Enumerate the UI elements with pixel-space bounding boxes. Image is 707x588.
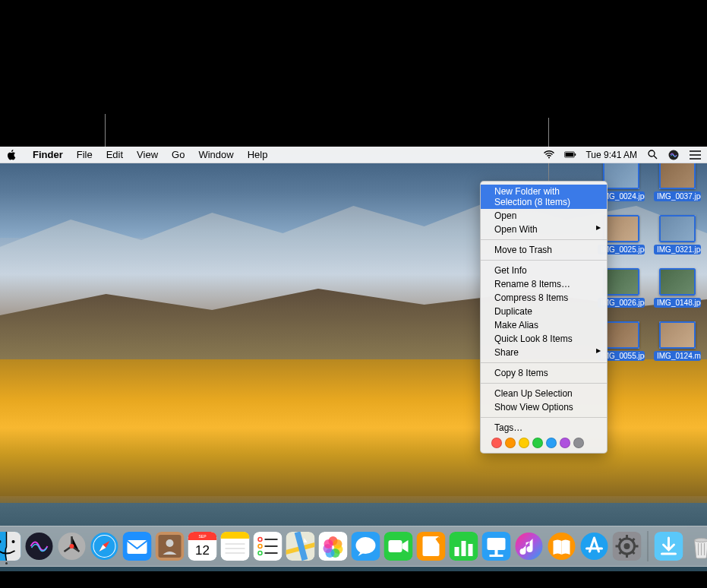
- file-label: IMG_0148.jpg: [654, 298, 701, 308]
- dock-photos[interactable]: [317, 531, 348, 561]
- context-menu-item[interactable]: Clean Up Selection: [481, 387, 607, 400]
- context-menu-separator: [481, 362, 607, 363]
- menubar-view[interactable]: View: [130, 147, 165, 162]
- siri-icon[interactable]: [668, 150, 680, 160]
- dock-trash[interactable]: [686, 531, 707, 561]
- svg-point-51: [355, 537, 375, 554]
- apple-menu-icon[interactable]: [6, 150, 26, 160]
- context-menu-item[interactable]: Open With: [481, 223, 607, 236]
- svg-rect-53: [388, 540, 402, 552]
- dock: SEP12: [0, 526, 707, 567]
- svg-rect-1: [566, 153, 574, 156]
- dock-separator: [647, 531, 648, 561]
- context-menu-item[interactable]: Duplicate: [481, 305, 607, 318]
- desktop-file[interactable]: IMG_0321.jpg: [654, 215, 701, 258]
- menubar-file[interactable]: File: [70, 147, 99, 162]
- battery-icon[interactable]: [564, 150, 576, 160]
- context-menu-item[interactable]: Tags…: [481, 421, 607, 435]
- dock-pages[interactable]: [415, 531, 446, 561]
- menubar-app-name[interactable]: Finder: [26, 147, 70, 162]
- dock-itunes[interactable]: [513, 531, 544, 561]
- tag-color-dot[interactable]: [532, 438, 543, 448]
- dock-safari[interactable]: [89, 531, 119, 561]
- menubar-clock[interactable]: Tue 9:41 AM: [585, 150, 637, 160]
- svg-rect-2: [575, 153, 576, 156]
- context-menu-item[interactable]: Share: [481, 346, 607, 359]
- svg-line-77: [619, 552, 621, 554]
- dock-finder[interactable]: [0, 531, 21, 561]
- dock-ibooks[interactable]: [546, 531, 576, 561]
- desktop-file[interactable]: IMG_0037.jpg: [654, 162, 701, 204]
- dock-downloads[interactable]: [653, 531, 683, 561]
- svg-point-15: [69, 544, 74, 548]
- svg-line-76: [632, 539, 634, 541]
- context-menu-item[interactable]: Copy 8 Items: [481, 366, 607, 380]
- menubar-edit[interactable]: Edit: [99, 147, 130, 162]
- svg-rect-30: [220, 532, 249, 539]
- context-menu-separator: [481, 417, 607, 418]
- context-menu-item[interactable]: Quick Look 8 Items: [481, 332, 607, 346]
- spotlight-icon[interactable]: [646, 150, 658, 160]
- dock-mail[interactable]: [122, 531, 152, 561]
- svg-point-69: [623, 543, 630, 549]
- context-menu-item[interactable]: Open: [481, 209, 607, 223]
- tag-color-dot[interactable]: [491, 438, 502, 448]
- svg-line-75: [632, 552, 634, 554]
- svg-rect-20: [127, 540, 147, 554]
- file-label: IMG_0037.jpg: [654, 191, 701, 201]
- svg-line-74: [619, 539, 621, 541]
- tag-color-dot[interactable]: [546, 438, 557, 448]
- dock-numbers[interactable]: [448, 531, 478, 561]
- dock-facetime[interactable]: [383, 531, 413, 561]
- dock-calendar[interactable]: SEP12: [187, 531, 217, 561]
- dock-maps[interactable]: [285, 531, 315, 561]
- context-menu-separator: [481, 239, 607, 240]
- tag-color-dot[interactable]: [519, 438, 529, 448]
- svg-rect-10: [6, 532, 21, 561]
- context-menu-separator: [481, 383, 607, 384]
- svg-rect-59: [468, 544, 472, 556]
- notification-center-icon[interactable]: [689, 150, 701, 160]
- desktop-file[interactable]: IMG_0124.m4v: [654, 321, 701, 364]
- svg-text:12: 12: [195, 543, 210, 558]
- desktop-file[interactable]: IMG_0148.jpg: [654, 268, 701, 311]
- context-menu-item[interactable]: Show View Options: [481, 400, 607, 414]
- tag-color-dot[interactable]: [560, 438, 570, 448]
- dock-notes[interactable]: [219, 531, 250, 561]
- svg-point-23: [166, 539, 173, 547]
- tag-color-dot[interactable]: [505, 438, 516, 448]
- wifi-icon[interactable]: [543, 150, 555, 160]
- svg-rect-58: [461, 541, 466, 556]
- svg-line-4: [654, 156, 657, 159]
- file-label: IMG_0124.m4v: [654, 351, 701, 361]
- menubar-window[interactable]: Window: [191, 147, 240, 162]
- context-menu-item[interactable]: Get Info: [481, 264, 607, 277]
- dock-system-preferences[interactable]: [611, 531, 642, 561]
- context-menu-item[interactable]: Rename 8 Items…: [481, 277, 607, 291]
- dock-keynote[interactable]: [481, 531, 511, 561]
- svg-rect-61: [487, 538, 505, 550]
- menubar: Finder File Edit View Go Window Help Tue…: [0, 147, 707, 163]
- svg-point-66: [580, 533, 608, 560]
- dock-appstore[interactable]: [579, 531, 609, 561]
- dock-siri[interactable]: [24, 531, 54, 561]
- context-menu-item[interactable]: Compress 8 Items: [481, 291, 607, 305]
- context-menu-item[interactable]: Move to Trash: [481, 243, 607, 257]
- dock-reminders[interactable]: [252, 531, 282, 561]
- svg-point-12: [11, 540, 14, 543]
- svg-rect-63: [489, 555, 503, 557]
- context-menu-item[interactable]: Make Alias: [481, 318, 607, 332]
- svg-rect-57: [454, 547, 459, 556]
- context-menu: New Folder with Selection (8 Items)OpenO…: [480, 181, 608, 454]
- context-menu-item[interactable]: New Folder with Selection (8 Items): [481, 185, 607, 209]
- dock-launchpad[interactable]: [56, 531, 87, 561]
- menubar-right: Tue 9:41 AM: [543, 150, 701, 160]
- menubar-go[interactable]: Go: [165, 147, 191, 162]
- dock-messages[interactable]: [350, 531, 380, 561]
- dock-contacts[interactable]: [154, 531, 185, 561]
- svg-point-80: [694, 539, 707, 542]
- tag-color-dot[interactable]: [573, 438, 584, 448]
- menubar-help[interactable]: Help: [241, 147, 275, 162]
- callout-line-view: [105, 114, 106, 147]
- svg-point-64: [515, 533, 542, 560]
